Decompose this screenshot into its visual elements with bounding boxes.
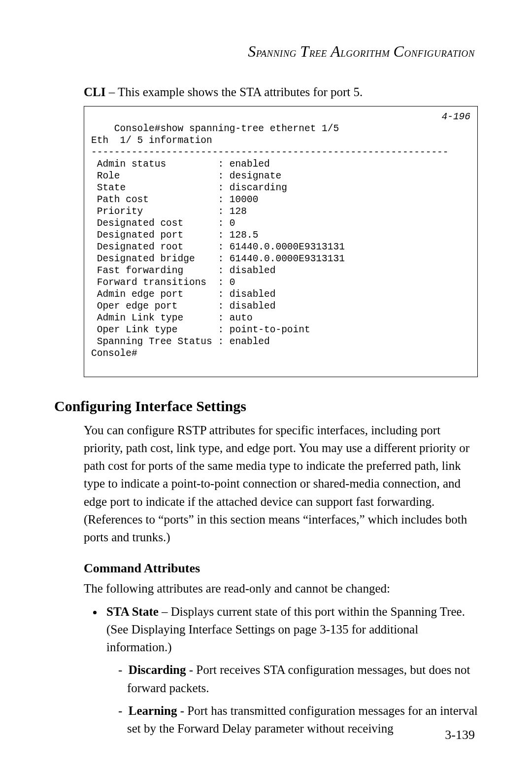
list-item: STA State – Displays current state of th… [103,603,478,738]
page-number: 3-139 [445,728,475,742]
cli-output-text: Console#show spanning-tree ethernet 1/5 … [91,123,449,359]
sub-list: - Discarding - Port receives STA configu… [109,661,478,738]
item-label: STA State [106,605,159,618]
running-header: Spanning Tree Algorithm Configuration [54,42,478,61]
attributes-heading: Command Attributes [84,561,478,576]
attributes-intro: The following attributes are read-only a… [84,580,478,598]
list-item: - Learning - Port has transmitted config… [118,702,478,738]
list-item: - Discarding - Port receives STA configu… [118,661,478,697]
item-desc: – Displays current state of this port wi… [106,605,465,654]
section-heading: Configuring Interface Settings [54,398,478,415]
section-paragraph: You can configure RSTP attributes for sp… [84,422,478,547]
sub-item-label: Discarding [129,663,186,676]
cli-intro: CLI – This example shows the STA attribu… [84,85,478,99]
cli-output-box: 4-196Console#show spanning-tree ethernet… [84,106,478,377]
page: Spanning Tree Algorithm Configuration CL… [0,0,532,774]
cli-page-ref: 4-196 [441,111,470,123]
cli-intro-label: CLI [84,85,105,99]
attributes-list: STA State – Displays current state of th… [84,603,478,738]
sub-item-label: Learning [129,704,177,717]
cli-intro-text: – This example shows the STA attributes … [105,85,363,99]
sub-item-desc: - Port has transmitted configuration mes… [127,704,478,735]
